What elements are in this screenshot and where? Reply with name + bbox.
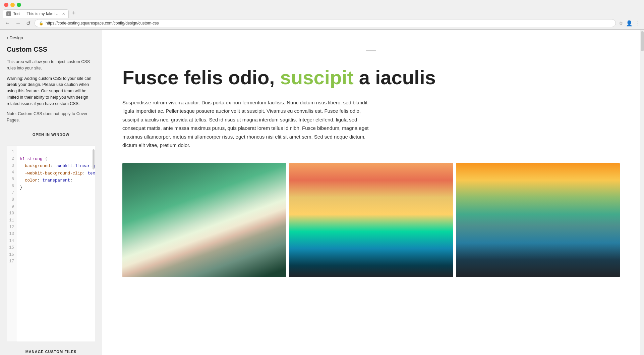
sidebar-warning: Warning: Adding custom CSS to your site … — [7, 75, 95, 107]
browser-actions: ☆ 👤 ⋮ — [619, 20, 641, 27]
address-bar[interactable]: 🔒 https://code-testing.squarespace.com/c… — [35, 19, 616, 27]
content-area: Fusce felis odio, suscipit a iaculis Sus… — [102, 30, 640, 355]
manage-custom-files-button[interactable]: MANAGE CUSTOM FILES — [7, 346, 95, 355]
sidebar: ‹ Design Custom CSS This area will allow… — [0, 30, 102, 355]
main-layout: ‹ Design Custom CSS This area will allow… — [0, 30, 644, 355]
image-grid — [122, 163, 620, 277]
right-scrollbar[interactable] — [640, 30, 644, 355]
back-button[interactable]: ← — [3, 19, 11, 27]
scrollbar-thumb[interactable] — [641, 31, 644, 51]
content-header: Fusce felis odio, suscipit a iaculis Sus… — [122, 67, 620, 150]
address-bar-row: ← → ↺ 🔒 https://code-testing.squarespace… — [0, 18, 644, 30]
maximize-button[interactable] — [17, 3, 21, 7]
image-beach — [122, 163, 286, 277]
bookmark-button[interactable]: ☆ — [619, 20, 623, 27]
hero-title: Fusce felis odio, suscipit a iaculis — [122, 67, 620, 88]
code-scrollbar[interactable] — [93, 149, 95, 169]
back-chevron-icon: ‹ — [7, 35, 8, 40]
minimize-button[interactable] — [10, 3, 15, 7]
reload-button[interactable]: ↺ — [25, 19, 32, 27]
sidebar-note: Note: Custom CSS does not apply to Cover… — [7, 111, 95, 123]
image-valley — [456, 163, 620, 277]
new-tab-button[interactable]: + — [69, 8, 78, 18]
hero-title-highlight: suscipit — [280, 66, 354, 88]
open-in-window-button[interactable]: OPEN IN WINDOW — [7, 129, 95, 140]
url-text: https://code-testing.squarespace.com/con… — [46, 21, 159, 26]
drag-handle — [366, 50, 376, 51]
back-link-label: Design — [9, 35, 23, 40]
sidebar-top: ‹ Design Custom CSS This area will allow… — [0, 30, 102, 129]
traffic-lights — [0, 0, 644, 7]
code-editor[interactable]: 12345 678910 1112131415 1617 h1 strong {… — [7, 146, 95, 342]
browser-tab[interactable]: T Test — This is my fake title ✕ — [3, 9, 69, 18]
line-numbers: 12345 678910 1112131415 1617 — [7, 146, 16, 342]
lock-icon: 🔒 — [39, 21, 44, 26]
code-content[interactable]: h1 strong { background: -webkit-linear-g… — [16, 146, 95, 342]
sidebar-title: Custom CSS — [7, 46, 95, 53]
profile-button[interactable]: 👤 — [626, 20, 633, 27]
forward-button[interactable]: → — [14, 19, 22, 27]
tab-favicon: T — [6, 11, 11, 16]
menu-button[interactable]: ⋮ — [635, 20, 641, 27]
sidebar-description: This area will allow you to inject custo… — [7, 59, 95, 71]
tab-title: Test — This is my fake title — [13, 11, 60, 16]
tab-close-icon[interactable]: ✕ — [62, 12, 65, 16]
hero-title-part2-text: a iaculis — [359, 66, 436, 88]
image-sunset — [289, 163, 453, 277]
hero-body-text: Suspendisse rutrum viverra auctor. Duis … — [122, 98, 374, 150]
close-button[interactable] — [4, 3, 8, 7]
tab-bar: T Test — This is my fake title ✕ + — [0, 7, 644, 18]
back-link[interactable]: ‹ Design — [7, 35, 95, 40]
hero-title-part1: Fusce felis odio, — [122, 66, 275, 88]
browser-chrome: T Test — This is my fake title ✕ + ← → ↺… — [0, 0, 644, 30]
